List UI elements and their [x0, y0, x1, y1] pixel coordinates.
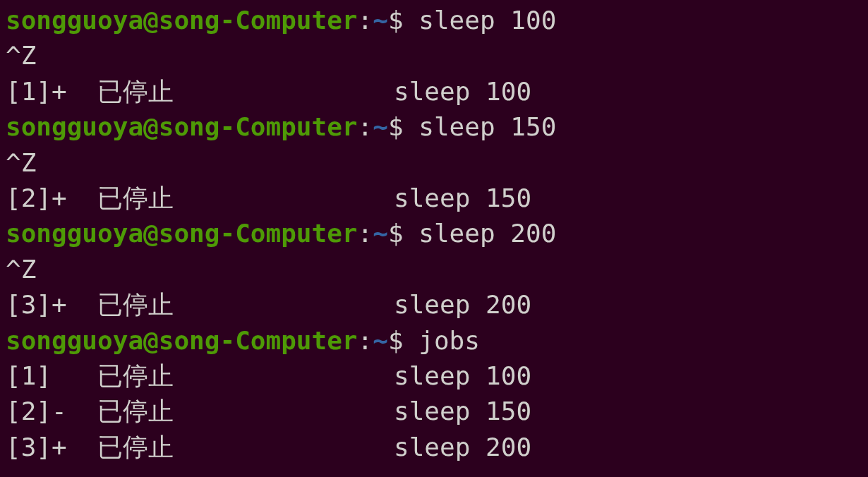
job-command: sleep 150	[394, 183, 531, 212]
prompt-user: songguoya	[6, 6, 143, 35]
job-command: sleep 150	[394, 397, 531, 425]
prompt-at: @	[143, 219, 159, 248]
output-text: ^Z	[6, 41, 36, 70]
prompt-at: @	[143, 6, 159, 35]
job-command: sleep 200	[394, 290, 531, 319]
prompt-path: ~	[373, 112, 388, 141]
terminal-line: [3]+ 已停止sleep 200	[6, 430, 862, 465]
prompt-path: ~	[373, 219, 388, 248]
prompt-user: songguoya	[6, 326, 143, 355]
job-command: sleep 100	[394, 361, 531, 390]
terminal-line: [1] 已停止sleep 100	[6, 358, 862, 394]
terminal-line: songguoya@song-Computer:~$ sleep 150	[6, 109, 862, 145]
terminal-line: songguoya@song-Computer:~$ sleep 100	[6, 3, 862, 38]
prompt-path: ~	[373, 6, 388, 35]
prompt-colon: :	[358, 219, 373, 248]
prompt-colon: :	[358, 112, 373, 141]
job-status: [2]+ 已停止	[6, 181, 394, 216]
command-text: sleep 150	[418, 112, 556, 141]
prompt-path: ~	[373, 326, 388, 355]
command-text: sleep 100	[418, 6, 556, 35]
job-status: [3]+ 已停止	[6, 430, 394, 465]
prompt-host: song-Computer	[159, 112, 358, 141]
terminal-line: [3]+ 已停止sleep 200	[6, 287, 862, 322]
prompt-dollar: $	[388, 326, 418, 355]
job-command: sleep 200	[394, 433, 531, 461]
prompt-dollar: $	[388, 219, 418, 248]
job-status: [1]+ 已停止	[6, 74, 394, 109]
prompt-colon: :	[358, 326, 373, 355]
job-status: [2]- 已停止	[6, 394, 394, 429]
job-status: [1] 已停止	[6, 358, 394, 394]
output-text: ^Z	[6, 148, 36, 177]
prompt-at: @	[143, 326, 159, 355]
prompt-user: songguoya	[6, 112, 143, 141]
terminal[interactable]: songguoya@song-Computer:~$ sleep 100^Z[1…	[6, 3, 862, 465]
prompt-dollar: $	[388, 6, 418, 35]
terminal-line: [2]- 已停止sleep 150	[6, 394, 862, 429]
prompt-dollar: $	[388, 112, 418, 141]
terminal-line: songguoya@song-Computer:~$ sleep 200	[6, 216, 862, 251]
prompt-colon: :	[358, 6, 373, 35]
prompt-at: @	[143, 112, 159, 141]
command-text: jobs	[418, 326, 480, 355]
job-status: [3]+ 已停止	[6, 287, 394, 322]
job-command: sleep 100	[394, 77, 531, 106]
prompt-host: song-Computer	[159, 6, 358, 35]
terminal-line: ^Z	[6, 38, 862, 73]
terminal-line: songguoya@song-Computer:~$ jobs	[6, 323, 862, 358]
terminal-line: ^Z	[6, 252, 862, 287]
prompt-host: song-Computer	[159, 326, 358, 355]
output-text: ^Z	[6, 255, 36, 284]
terminal-line: [2]+ 已停止sleep 150	[6, 181, 862, 216]
terminal-line: [1]+ 已停止sleep 100	[6, 74, 862, 109]
command-text: sleep 200	[418, 219, 556, 248]
terminal-line: ^Z	[6, 145, 862, 181]
prompt-host: song-Computer	[159, 219, 358, 248]
prompt-user: songguoya	[6, 219, 143, 248]
